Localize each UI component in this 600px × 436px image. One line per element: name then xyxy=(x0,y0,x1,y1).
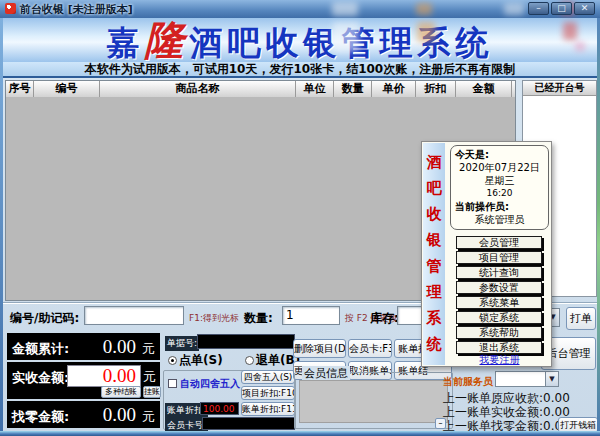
code-label: 编号/助记码: xyxy=(10,310,79,327)
glass-reflection xyxy=(504,3,524,15)
checkbox-icon[interactable] xyxy=(168,379,177,388)
operator-name: 系统管理员 xyxy=(455,213,544,226)
glass-reflection xyxy=(333,22,359,52)
menu-system-help[interactable]: 系统帮助 xyxy=(456,326,542,339)
glass-reflection xyxy=(563,22,577,40)
accumulated-label: 金额累计: xyxy=(12,340,69,358)
col-amount: 金额 xyxy=(456,81,512,97)
received-currency: 元 xyxy=(143,368,156,386)
order-radio-icon[interactable] xyxy=(168,356,177,365)
vertical-char: 银 xyxy=(423,227,445,253)
stock-label: 库存: xyxy=(370,310,399,327)
vertical-char: 酒 xyxy=(423,149,445,175)
member-info-label: 会员信息 xyxy=(302,366,350,381)
col-quantity: 数量 xyxy=(334,81,372,97)
col-discount: 折扣 xyxy=(416,81,456,97)
operator-label: 当前操作员: xyxy=(455,200,544,213)
glass-reflection xyxy=(416,3,432,15)
change-amount-bar: 找零金额: 0.00 元 xyxy=(7,401,160,428)
opened-tables-header: 已经开台号 xyxy=(523,81,596,96)
vertical-char: 收 xyxy=(423,201,445,227)
register-link[interactable]: 我要注册 xyxy=(450,353,549,367)
received-label: 实收金额: xyxy=(12,369,69,387)
received-input[interactable]: 0.00 xyxy=(67,365,141,387)
auto-round-checkbox[interactable]: 自动四舍五入 xyxy=(168,377,240,391)
app-icon xyxy=(5,3,16,14)
menu-system-menu[interactable]: 系统菜单 xyxy=(456,296,542,309)
credit-button[interactable]: 挂账 xyxy=(143,386,161,398)
col-product-name: 商品名称 xyxy=(100,81,296,97)
print-ticket-button[interactable]: 打单 xyxy=(566,307,596,330)
change-label: 找零金额: xyxy=(12,408,69,426)
change-value: 0.00 xyxy=(103,404,136,426)
vertical-char: 统 xyxy=(423,331,445,357)
table-header-row: 序号 编号 商品名称 单位 数量 单价 折扣 金额 xyxy=(6,81,515,97)
current-weekday: 星期三 xyxy=(455,174,544,187)
accumulated-currency: 元 xyxy=(142,340,155,358)
minimize-button[interactable]: – xyxy=(528,2,549,15)
glass-reflection xyxy=(575,42,585,51)
menu-member-mgmt[interactable]: 会员管理 xyxy=(456,236,542,249)
glass-reflection xyxy=(417,22,435,42)
brand-first: 嘉 xyxy=(107,23,145,62)
close-button[interactable]: ✕ xyxy=(574,2,595,15)
menu-lock-system[interactable]: 锁定系统 xyxy=(456,311,542,324)
item-discount-button[interactable]: 项目折扣:F10 xyxy=(241,386,295,400)
window-border-bottom xyxy=(0,431,600,436)
app-window: 前台收银 [未注册版本] – □ ✕ 嘉隆酒吧收银管理系统 本软件为试用版本，可… xyxy=(0,0,600,436)
return-radio-icon[interactable] xyxy=(245,356,254,365)
member-info-box: 会员信息 – xyxy=(294,372,453,429)
brand-title: 嘉隆酒吧收银管理系统 xyxy=(3,18,597,62)
quantity-input[interactable]: 1 xyxy=(282,306,340,325)
vertical-title-strip: 酒 吧 收 银 管 理 系 统 xyxy=(423,143,445,365)
member-card-field[interactable] xyxy=(202,417,295,430)
menu-parameter-settings[interactable]: 参数设置 xyxy=(456,281,542,294)
vertical-char: 系 xyxy=(423,305,445,331)
order-mode-radios: 点单(S) 退单(B) xyxy=(168,352,300,369)
today-label: 今天是: xyxy=(455,148,544,161)
brand-banner: 嘉隆酒吧收银管理系统 xyxy=(3,18,597,62)
delete-item-button[interactable]: 删除项目(D) xyxy=(293,339,346,358)
col-seq: 序号 xyxy=(6,81,34,97)
code-input[interactable] xyxy=(84,306,184,325)
brand-accent: 隆 xyxy=(145,18,190,62)
quantity-label: 数量: xyxy=(244,310,273,327)
col-unit: 单位 xyxy=(296,81,334,97)
title-bar: 前台收银 [未注册版本] – □ ✕ xyxy=(0,0,600,18)
bill-no-field xyxy=(197,334,295,349)
bill-discount-button[interactable]: 账单折扣:F11 xyxy=(241,402,295,416)
window-title: 前台收银 [未注册版本] xyxy=(20,2,133,17)
menu-stats-query[interactable]: 统计查询 xyxy=(456,266,542,279)
col-filler xyxy=(512,81,515,97)
vertical-char: 理 xyxy=(423,279,445,305)
col-code: 编号 xyxy=(34,81,100,97)
member-info-area xyxy=(299,380,448,423)
bill-discount-field[interactable]: 100.00 xyxy=(200,402,239,415)
current-staff-label: 当前服务员 xyxy=(443,375,493,389)
col-unit-price: 单价 xyxy=(372,81,416,97)
auto-round-label: 自动四舍五入 xyxy=(180,378,240,389)
staff-combobox[interactable]: ▼ xyxy=(495,371,559,387)
multi-settle-button[interactable]: 多种结账 xyxy=(101,386,141,398)
maximize-button[interactable]: □ xyxy=(551,2,572,15)
dropdown-arrow-icon[interactable]: ▼ xyxy=(545,372,558,386)
accumulated-value: 0.00 xyxy=(103,336,136,358)
current-date: 2020年07月22日 xyxy=(455,161,544,174)
glass-reflection xyxy=(332,2,358,16)
received-amount-bar: 实收金额: 0.00 元 多种结账 挂账 xyxy=(7,362,160,399)
bill-no-label: 单据号: xyxy=(165,336,199,351)
vertical-char: 管 xyxy=(423,253,445,279)
order-radio-label[interactable]: 点单(S) xyxy=(179,353,223,367)
f1-hint: F1:得到光标 xyxy=(189,312,239,325)
system-menu-panel: 酒 吧 收 银 管 理 系 统 今天是: 2020年07月22日 星期三 16:… xyxy=(421,141,552,367)
received-value: 0.00 xyxy=(103,365,136,386)
member-card-f3-button[interactable]: 会员卡:F3 xyxy=(348,339,392,358)
trial-notice: 本软件为试用版本，可试用10天，发行10张卡，结100次账，注册后不再有限制 xyxy=(3,62,597,78)
menu-item-mgmt[interactable]: 项目管理 xyxy=(456,251,542,264)
accumulated-amount-bar: 金额累计: 0.00 元 xyxy=(7,333,160,360)
datetime-operator-box: 今天是: 2020年07月22日 星期三 16:20 当前操作员: 系统管理员 xyxy=(450,145,549,230)
current-time: 16:20 xyxy=(455,187,544,200)
round-button[interactable]: 四舍五入(S) xyxy=(241,370,295,384)
vertical-char: 吧 xyxy=(423,175,445,201)
window-border-left xyxy=(0,18,3,431)
